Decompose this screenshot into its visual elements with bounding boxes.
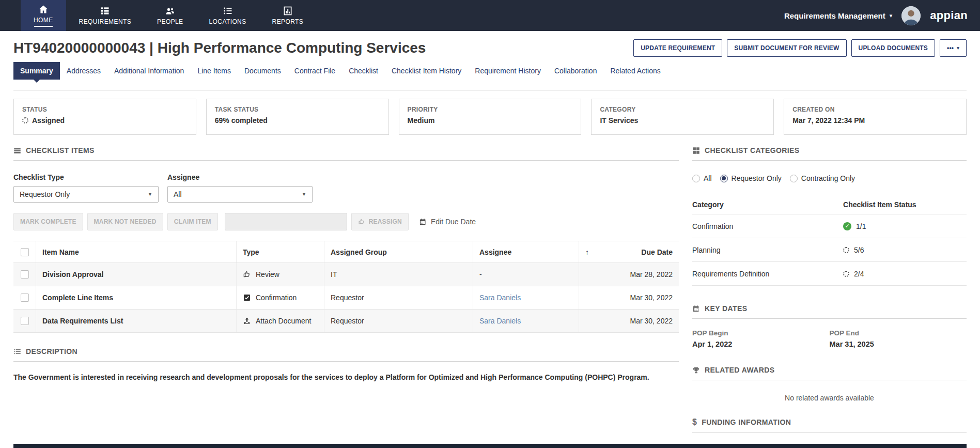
radio-requestor-only[interactable]: Requestor Only	[720, 174, 782, 182]
user-avatar[interactable]	[901, 6, 921, 25]
tab-summary[interactable]: Summary	[13, 62, 60, 80]
home-icon	[38, 4, 49, 14]
categories-table: Category Checklist Item Status Confirmat…	[692, 195, 967, 286]
requirements-list-icon	[100, 6, 110, 16]
page-title: HT94020000000043 | High Performance Comp…	[13, 40, 426, 56]
claim-item-button[interactable]: CLAIM ITEM	[167, 213, 218, 230]
assignee-link[interactable]: Sara Daniels	[479, 317, 521, 325]
tab-additional-information[interactable]: Additional Information	[107, 62, 191, 80]
grid-icon	[692, 147, 700, 155]
nav-item-label: HOME	[34, 17, 53, 24]
radio-button-icon	[790, 175, 798, 182]
section-divider	[692, 380, 967, 380]
edit-due-date-label: Edit Due Date	[431, 218, 476, 226]
chevron-down-icon: ▾	[890, 12, 893, 19]
tab-requirement-history[interactable]: Requirement History	[468, 62, 548, 80]
reassign-label: REASSIGN	[369, 218, 402, 225]
created-on-card: CREATED ON Mar 7, 2022 12:34 PM	[784, 99, 967, 135]
card-label: PRIORITY	[408, 106, 573, 113]
priority-card: PRIORITY Medium	[399, 99, 582, 135]
nav-item-reports[interactable]: REPORTS	[259, 0, 317, 31]
select-all-checkbox[interactable]	[21, 248, 29, 256]
submit-document-for-review-button[interactable]: SUBMIT DOCUMENT FOR REVIEW	[727, 39, 846, 57]
main-content: CHECKLIST ITEMS Checklist Type Requestor…	[13, 146, 967, 433]
mark-not-needed-button[interactable]: MARK NOT NEEDED	[87, 213, 163, 230]
due-date-cell: Mar 30, 2022	[579, 310, 679, 332]
tab-bar: Summary Addresses Additional Information…	[13, 62, 967, 80]
category-name: Requirements Definition	[692, 270, 843, 278]
table-row: Data Requirements List Attach Document R…	[13, 310, 679, 333]
nav-item-locations[interactable]: LOCATIONS	[196, 0, 259, 31]
checklist-type-select[interactable]: Requestor Only ▼	[13, 186, 159, 203]
status-count: 1/1	[856, 222, 866, 230]
radio-all[interactable]: All	[692, 174, 712, 182]
item-name-link[interactable]: Complete Line Items	[42, 293, 113, 302]
edit-due-date-link[interactable]: Edit Due Date	[419, 218, 476, 226]
thumbs-up-icon	[243, 270, 251, 279]
radio-button-icon	[692, 175, 700, 182]
section-divider	[692, 432, 967, 433]
people-icon	[165, 6, 175, 16]
trophy-icon	[692, 366, 700, 374]
tab-related-actions[interactable]: Related Actions	[603, 62, 667, 80]
assignee-label: Assignee	[167, 173, 313, 181]
row-checkbox[interactable]	[21, 270, 29, 279]
row-checkbox[interactable]	[21, 317, 29, 325]
chevron-down-icon: ▾	[957, 45, 959, 51]
pop-end-value: Mar 31, 2025	[830, 340, 967, 348]
app-switcher-dropdown[interactable]: Requirements Management ▾	[784, 11, 892, 20]
category-name: Planning	[692, 246, 843, 254]
more-actions-button[interactable]: ••• ▾	[940, 39, 967, 57]
nav-item-people[interactable]: PEOPLE	[144, 0, 196, 31]
assigned-group-cell: Requestor	[324, 286, 473, 309]
checklist-categories-header: CHECKLIST CATEGORIES	[692, 146, 967, 155]
row-checkbox[interactable]	[21, 293, 29, 302]
radio-label: All	[704, 174, 712, 182]
dollar-icon: $	[692, 418, 697, 427]
tab-addresses[interactable]: Addresses	[60, 62, 107, 80]
type-label: Confirmation	[256, 293, 297, 302]
column-header-assigned-group: Assigned Group	[324, 241, 473, 262]
checklist-table: Item Name Type Assigned Group Assignee ↑…	[13, 241, 679, 333]
nav-item-home[interactable]: HOME	[21, 0, 66, 31]
tab-checklist-item-history[interactable]: Checklist Item History	[385, 62, 468, 80]
nav-item-requirements[interactable]: REQUIREMENTS	[66, 0, 144, 31]
funding-information-section: $ FUNDING INFORMATION	[692, 418, 967, 433]
categories-table-header: Category Checklist Item Status	[692, 195, 967, 214]
update-requirement-button[interactable]: UPDATE REQUIREMENT	[633, 39, 722, 57]
sidebar-column: CHECKLIST CATEGORIES All Requestor Only …	[692, 146, 967, 433]
column-header-due-date: ↑ Due Date	[579, 241, 679, 262]
selected-value: All	[174, 190, 182, 198]
section-title: CHECKLIST ITEMS	[26, 146, 95, 155]
section-title: DESCRIPTION	[26, 347, 77, 356]
checklist-items-header: CHECKLIST ITEMS	[13, 146, 679, 155]
tab-checklist[interactable]: Checklist	[342, 62, 385, 80]
tab-contract-file[interactable]: Contract File	[288, 62, 342, 80]
radio-label: Contracting Only	[801, 174, 855, 182]
tab-collaboration[interactable]: Collaboration	[548, 62, 604, 80]
section-divider	[692, 318, 967, 319]
section-divider	[692, 160, 967, 161]
selected-value: Requestor Only	[20, 190, 70, 198]
key-dates-grid: POP Begin Apr 1, 2022 POP End Mar 31, 20…	[692, 329, 967, 348]
assignee-select[interactable]: All ▼	[167, 186, 313, 203]
radio-contracting-only[interactable]: Contracting Only	[790, 174, 855, 182]
item-name-link[interactable]: Division Approval	[42, 270, 104, 279]
list-rows-icon	[13, 147, 21, 155]
assignee-link[interactable]: Sara Daniels	[479, 293, 521, 302]
tab-documents[interactable]: Documents	[238, 62, 288, 80]
status-card: STATUS Assigned	[13, 99, 196, 135]
top-navigation-bar: HOME REQUIREMENTS PEOPLE LOCATIONS RE	[0, 0, 980, 31]
sort-ascending-icon[interactable]: ↑	[585, 248, 589, 256]
reassign-user-input[interactable]	[225, 213, 347, 230]
section-divider	[13, 361, 679, 362]
hand-pointer-icon	[358, 218, 365, 225]
tab-line-items[interactable]: Line Items	[191, 62, 238, 80]
mark-complete-button[interactable]: MARK COMPLETE	[13, 213, 83, 230]
nav-item-label: LOCATIONS	[209, 18, 246, 25]
assignee-cell: -	[473, 263, 579, 286]
reassign-button[interactable]: REASSIGN	[351, 213, 409, 230]
item-name-link[interactable]: Data Requirements List	[42, 317, 123, 325]
upload-documents-button[interactable]: UPLOAD DOCUMENTS	[851, 39, 936, 57]
section-title: RELATED AWARDS	[705, 366, 775, 374]
